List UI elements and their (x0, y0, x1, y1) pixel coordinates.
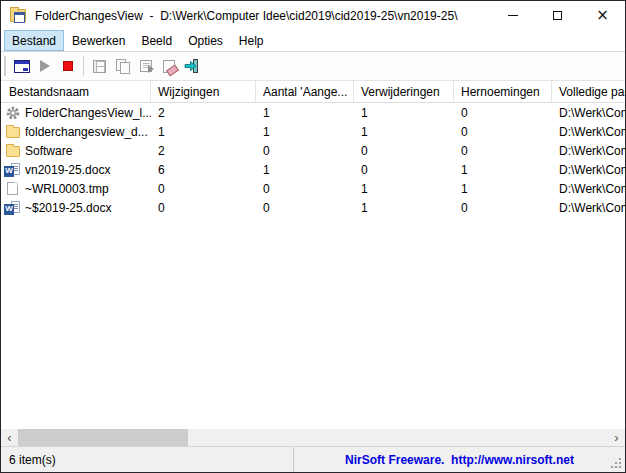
start-monitoring-icon (40, 60, 50, 72)
column-header-wijzigingen[interactable]: Wijzigingen (151, 81, 256, 102)
cell-path: D:\Werk\Com (552, 125, 625, 139)
scroll-right-arrow-icon[interactable]: › (608, 429, 625, 446)
menu-bewerken[interactable]: Bewerken (64, 30, 133, 51)
cell-renamed: 0 (454, 106, 552, 120)
stop-monitoring-button[interactable] (56, 55, 79, 78)
cell-created: 1 (256, 163, 354, 177)
stop-monitoring-icon (63, 61, 73, 71)
file-name: vn2019-25.docx (25, 163, 110, 177)
table-row[interactable]: Software 2 0 0 0 D:\Werk\Com (1, 141, 625, 160)
minimize-icon (508, 15, 518, 16)
horizontal-scrollbar[interactable]: ‹ › (1, 429, 625, 446)
cell-renamed: 1 (454, 163, 552, 177)
cell-renamed: 0 (454, 201, 552, 215)
menu-bestand[interactable]: Bestand (4, 30, 64, 51)
properties-button[interactable] (134, 55, 157, 78)
config-file-icon (4, 105, 21, 120)
titlebar: FolderChangesView - D:\Werk\Computer Ide… (1, 1, 625, 30)
menu-opties[interactable]: Opties (180, 30, 231, 51)
cell-deleted: 1 (354, 201, 454, 215)
folder-icon (4, 143, 21, 158)
cell-created: 1 (256, 106, 354, 120)
table-row[interactable]: folderchangesview_d... 1 1 1 0 D:\Werk\C… (1, 122, 625, 141)
choose-folder-icon (14, 60, 30, 73)
cell-changes: 6 (151, 163, 256, 177)
item-count-panel: 6 item(s) (1, 447, 294, 472)
maximize-button[interactable] (535, 1, 580, 30)
branding-panel: NirSoft Freeware. http://www.nirsoft.net (294, 447, 625, 472)
cell-renamed: 1 (454, 182, 552, 196)
exit-icon (184, 58, 200, 74)
app-icon (10, 9, 26, 22)
maximize-icon (553, 11, 562, 20)
table-row[interactable]: FolderChangesView_l... 2 1 1 0 D:\Werk\C… (1, 103, 625, 122)
list-empty-area (1, 217, 625, 429)
scrollbar-thumb[interactable] (18, 429, 188, 446)
cell-created: 0 (256, 201, 354, 215)
column-header-hernoemingen[interactable]: Hernoemingen (454, 81, 552, 102)
cell-path: D:\Werk\Com (552, 163, 625, 177)
cell-created: 0 (256, 182, 354, 196)
column-header-volledige-pad[interactable]: Volledige pad (552, 81, 625, 102)
cell-changes: 2 (151, 144, 256, 158)
table-row[interactable]: W vn2019-25.docx 6 1 0 1 D:\Werk\Com (1, 160, 625, 179)
toolbar-gripper[interactable] (4, 56, 6, 76)
clear-icon (163, 60, 175, 73)
cell-renamed: 0 (454, 125, 552, 139)
file-name: folderchangesview_d... (25, 125, 148, 139)
app-window: FolderChangesView - D:\Werk\Computer Ide… (0, 0, 626, 473)
column-header-verwijderingen[interactable]: Verwijderingen (354, 81, 454, 102)
table-row[interactable]: W ~$2019-25.docx 0 0 1 0 D:\Werk\Com (1, 198, 625, 217)
copy-button[interactable] (111, 55, 134, 78)
column-header-bestandsnaam[interactable]: Bestandsnaam (1, 81, 151, 102)
minimize-button[interactable] (490, 1, 535, 30)
cell-path: D:\Werk\Com (552, 106, 625, 120)
clear-button[interactable] (157, 55, 180, 78)
cell-path: D:\Werk\Com (552, 182, 625, 196)
word-doc-icon: W (4, 201, 21, 215)
cell-path: D:\Werk\Com (552, 144, 625, 158)
tmp-file-icon (4, 181, 21, 196)
copy-icon (116, 59, 130, 73)
save-icon (93, 60, 106, 73)
menu-beeld[interactable]: Beeld (133, 30, 180, 51)
toolbar-separator (83, 56, 84, 76)
cell-renamed: 0 (454, 144, 552, 158)
nirsoft-freeware-link[interactable]: NirSoft Freeware. http://www.nirsoft.net (345, 453, 574, 467)
file-name: Software (25, 144, 72, 158)
statusbar: 6 item(s) NirSoft Freeware. http://www.n… (1, 446, 625, 472)
scroll-left-arrow-icon[interactable]: ‹ (1, 429, 18, 446)
table-row[interactable]: ~WRL0003.tmp 0 0 1 1 D:\Werk\Com (1, 179, 625, 198)
item-count: 6 item(s) (9, 453, 56, 467)
close-icon: × (596, 8, 609, 23)
close-button[interactable]: × (580, 1, 625, 30)
menubar: Bestand Bewerken Beeld Opties Help (1, 30, 625, 51)
exit-button[interactable] (180, 55, 203, 78)
cell-changes: 2 (151, 106, 256, 120)
cell-changes: 0 (151, 182, 256, 196)
properties-icon (140, 60, 152, 72)
cell-changes: 1 (151, 125, 256, 139)
cell-changes: 0 (151, 201, 256, 215)
list-header: Bestandsnaam Wijzigingen Aantal 'Aange..… (1, 81, 625, 103)
folder-icon (4, 124, 21, 139)
start-monitoring-button[interactable] (33, 55, 56, 78)
cell-deleted: 0 (354, 144, 454, 158)
file-name: ~WRL0003.tmp (25, 182, 109, 196)
word-doc-icon: W (4, 163, 21, 177)
file-changes-list: Bestandsnaam Wijzigingen Aantal 'Aange..… (1, 80, 625, 429)
cell-created: 1 (256, 125, 354, 139)
cell-created: 0 (256, 144, 354, 158)
cell-path: D:\Werk\Com (552, 201, 625, 215)
file-name: FolderChangesView_l... (25, 106, 151, 120)
cell-deleted: 1 (354, 182, 454, 196)
cell-deleted: 0 (354, 163, 454, 177)
cell-deleted: 1 (354, 106, 454, 120)
choose-folder-button[interactable] (10, 55, 33, 78)
resize-grip[interactable] (619, 466, 621, 468)
column-header-aantal[interactable]: Aantal 'Aange... (256, 81, 354, 102)
file-name: ~$2019-25.docx (25, 201, 111, 215)
menu-help[interactable]: Help (231, 30, 272, 51)
toolbar (1, 51, 625, 80)
save-button[interactable] (88, 55, 111, 78)
